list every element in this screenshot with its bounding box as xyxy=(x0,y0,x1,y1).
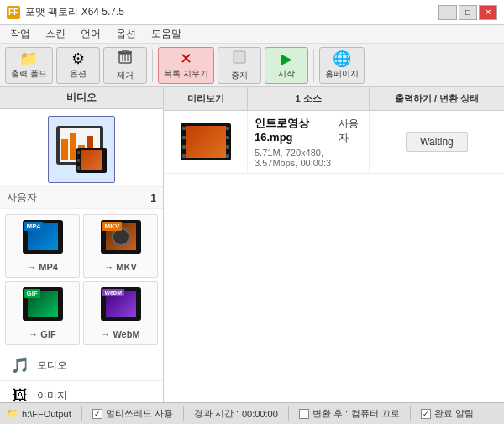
right-panel-header: 미리보기 1 소스 출력하기 / 변환 상태 xyxy=(164,87,504,111)
file-status: Waiting xyxy=(370,111,504,173)
remove-icon xyxy=(117,49,134,68)
globe-icon: 🌐 xyxy=(333,51,351,66)
title-text: 포맷 팩토리 X64 5.7.5 xyxy=(25,5,124,19)
play-icon: ▶ xyxy=(281,51,292,66)
file-meta: 5.71M, 720x480, 3.57Mbps, 00:00:3 xyxy=(255,148,362,168)
status-sep-4 xyxy=(410,406,411,421)
add-folder-label: 출력 폴드 xyxy=(11,68,47,80)
thumbnail-image xyxy=(181,123,231,160)
multithread-checkbox[interactable]: ✓ xyxy=(92,409,102,419)
status-bar: 📁 h:\FFOutput ✓ 멀티쓰레드 사용 경과 시간 : 00:00:0… xyxy=(0,402,504,424)
image-icon: 🖼 xyxy=(10,387,30,402)
main-area: 비디오 xyxy=(0,87,504,402)
stop-icon xyxy=(231,49,248,68)
time-section: 경과 시간 : 00:00:00 xyxy=(194,407,278,420)
film-holes-left xyxy=(182,123,186,160)
file-user-label: 사용자 xyxy=(339,117,362,145)
svg-rect-1 xyxy=(122,50,129,52)
folder-icon: 📁 xyxy=(19,51,38,66)
film-holes-right xyxy=(226,123,229,160)
user-label: 사용자 xyxy=(7,191,37,205)
audio-label: 오디오 xyxy=(37,359,67,373)
clear-list-label: 목록 지우기 xyxy=(164,68,208,80)
image-label: 이미지 xyxy=(37,389,67,402)
user-count: 1 xyxy=(150,192,156,204)
time-label: 경과 시간 : xyxy=(194,407,239,420)
folder-small-icon: 📁 xyxy=(7,408,18,419)
clear-icon: ✕ xyxy=(180,51,192,66)
convert-done-value: 컴퓨터 끄로 xyxy=(351,407,400,420)
user-section: 사용자 1 xyxy=(0,186,163,209)
toolbar-separator-1 xyxy=(152,49,153,82)
file-row[interactable]: 인트로영상16.mpg 사용자 5.71M, 720x480, 3.57Mbps… xyxy=(164,111,504,174)
menu-lang[interactable]: 언어 xyxy=(74,25,108,43)
start-label: 시작 xyxy=(278,68,295,80)
header-preview: 미리보기 xyxy=(164,87,248,110)
menu-job[interactable]: 작업 xyxy=(3,25,37,43)
menu-help[interactable]: 도움말 xyxy=(144,25,188,43)
status-sep-2 xyxy=(183,406,184,421)
user-video-item[interactable] xyxy=(48,116,115,183)
menu-skin[interactable]: 스킨 xyxy=(39,25,72,43)
menu-options[interactable]: 옵션 xyxy=(109,25,143,43)
complete-notify-section[interactable]: ✓ 완료 알림 xyxy=(421,407,474,420)
gif-format-item[interactable]: GIF → GIF xyxy=(5,281,80,345)
toolbar: 📁 출력 폴드 ⚙ 옵션 제거 ✕ 목록 지우기 xyxy=(0,44,504,87)
convert-done-section[interactable]: 변환 후 : 컴퓨터 끄로 xyxy=(299,407,400,420)
multithread-label: 멀티쓰레드 사용 xyxy=(106,407,173,420)
mkv-format-item[interactable]: MKV → MKV xyxy=(83,214,158,278)
options-label: 옵션 xyxy=(70,68,87,80)
toolbar-separator-2 xyxy=(313,49,314,82)
complete-notify-label: 완료 알림 xyxy=(434,407,474,420)
left-panel: 비디오 xyxy=(0,87,164,402)
time-value: 00:00:00 xyxy=(242,409,278,419)
webm-format-item[interactable]: WebM → WebM xyxy=(83,281,158,345)
app-icon: FF xyxy=(7,6,20,19)
options-button[interactable]: ⚙ 옵션 xyxy=(56,47,100,84)
start-button[interactable]: ▶ 시작 xyxy=(265,47,308,84)
status-path-section: 📁 h:\FFOutput xyxy=(7,408,71,419)
clear-list-button[interactable]: ✕ 목록 지우기 xyxy=(158,47,214,84)
title-bar: FF 포맷 팩토리 X64 5.7.5 — □ ✕ xyxy=(0,0,504,25)
status-badge: Waiting xyxy=(406,132,468,152)
convert-done-label: 변환 후 : xyxy=(312,407,348,420)
right-panel: 미리보기 1 소스 출력하기 / 변환 상태 xyxy=(164,87,504,402)
output-path: h:\FFOutput xyxy=(22,409,71,419)
stop-label: 중지 xyxy=(231,70,248,81)
remove-label: 제거 xyxy=(117,70,134,81)
header-source: 1 소스 xyxy=(248,87,370,110)
close-button[interactable]: ✕ xyxy=(479,5,497,20)
convert-done-checkbox[interactable] xyxy=(299,409,309,419)
menu-bar: 작업 스킨 언어 옵션 도움말 xyxy=(0,25,504,44)
homepage-label: 홈페이지 xyxy=(325,68,359,80)
status-sep-3 xyxy=(288,406,289,421)
window-controls: — □ ✕ xyxy=(438,5,497,20)
svg-rect-6 xyxy=(234,51,245,63)
mp4-format-item[interactable]: MP4 → MP4 xyxy=(5,214,80,278)
add-folder-button[interactable]: 📁 출력 폴드 xyxy=(5,47,53,84)
maximize-button[interactable]: □ xyxy=(459,5,477,20)
multithread-section[interactable]: ✓ 멀티쓰레드 사용 xyxy=(92,407,173,420)
file-info: 인트로영상16.mpg 사용자 5.71M, 720x480, 3.57Mbps… xyxy=(248,111,370,173)
status-sep-1 xyxy=(81,406,82,421)
file-thumbnail xyxy=(164,111,248,173)
gear-icon: ⚙ xyxy=(71,51,85,66)
complete-notify-checkbox[interactable]: ✓ xyxy=(421,409,431,419)
left-panel-header: 비디오 xyxy=(0,87,163,109)
file-name: 인트로영상16.mpg xyxy=(255,116,325,144)
audio-icon: 🎵 xyxy=(10,356,30,374)
header-status: 출력하기 / 변환 상태 xyxy=(370,87,504,110)
nav-image[interactable]: 🖼 이미지 xyxy=(0,381,163,402)
minimize-button[interactable]: — xyxy=(438,5,457,20)
nav-audio[interactable]: 🎵 오디오 xyxy=(0,350,163,381)
stop-button[interactable]: 중지 xyxy=(218,47,261,84)
remove-button[interactable]: 제거 xyxy=(103,47,147,84)
homepage-button[interactable]: 🌐 홈페이지 xyxy=(319,47,365,84)
format-grid: MP4 → MP4 MKV xyxy=(0,209,163,350)
